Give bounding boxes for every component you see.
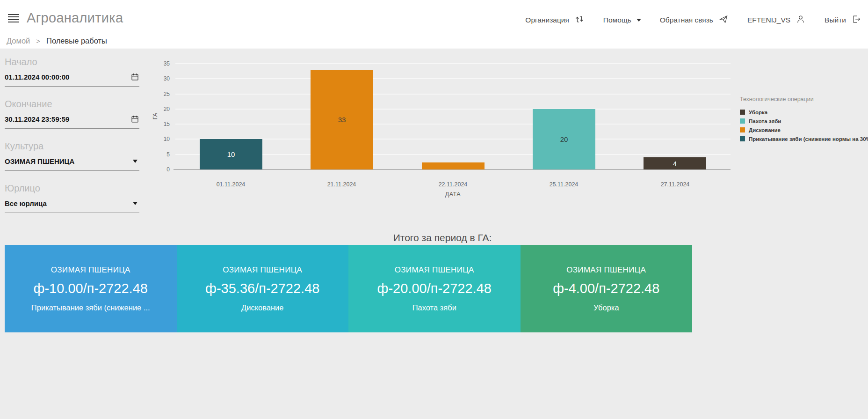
summary-card: ОЗИМАЯ ПШЕНИЦАф-10.00/п-2722.48Прикатыва… <box>5 245 177 332</box>
bar-25.11.2024[interactable]: 20 <box>533 109 595 169</box>
summary-heading: Итого за период в ГА: <box>149 232 736 243</box>
gridline <box>175 124 731 125</box>
x-tick-label: 27.11.2024 <box>620 181 731 188</box>
summary-card: ОЗИМАЯ ПШЕНИЦАф-35.36/п-2722.48Дисковани… <box>177 245 349 332</box>
card-operation: Прикатывание зяби (снижение ... <box>31 303 150 312</box>
card-value: ф-20.00/п-2722.48 <box>377 281 492 296</box>
y-tick-label: 30 <box>150 75 170 82</box>
y-tick-label: 35 <box>150 60 170 67</box>
legend-swatch <box>740 110 745 115</box>
chart-legend: Технологические операции УборкаПахота зя… <box>740 96 867 143</box>
card-value: ф-35.36/п-2722.48 <box>205 281 319 296</box>
bar-01.11.2024[interactable]: 10 <box>200 139 262 169</box>
gridline <box>175 63 731 64</box>
x-tick-label: 01.11.2024 <box>175 181 286 188</box>
card-value: ф-4.00/п-2722.48 <box>553 281 659 296</box>
card-crop: ОЗИМАЯ ПШЕНИЦА <box>51 265 130 275</box>
legend-item: Дискование <box>740 125 867 134</box>
card-operation: Пахота зяби <box>412 303 456 312</box>
legend-title: Технологические операции <box>740 96 867 103</box>
bar-value-label: 20 <box>560 135 568 143</box>
y-tick-label: 20 <box>150 106 170 112</box>
card-crop: ОЗИМАЯ ПШЕНИЦА <box>223 265 302 275</box>
card-crop: ОЗИМАЯ ПШЕНИЦА <box>395 265 474 275</box>
legend-label: Пахота зяби <box>749 118 781 124</box>
bar-value-label: 33 <box>338 116 346 124</box>
y-tick-label: 15 <box>150 121 170 127</box>
bar-27.11.2024[interactable]: 4 <box>644 157 706 169</box>
gridline <box>175 94 731 95</box>
card-operation: Уборка <box>593 303 619 312</box>
bar-value-label: 10 <box>227 150 235 158</box>
summary-card: ОЗИМАЯ ПШЕНИЦАф-4.00/п-2722.48Уборка <box>521 245 693 332</box>
y-tick-label: 10 <box>150 136 170 142</box>
card-crop: ОЗИМАЯ ПШЕНИЦА <box>566 265 646 275</box>
summary-cards: ОЗИМАЯ ПШЕНИЦАф-10.00/п-2722.48Прикатыва… <box>5 245 692 332</box>
bar-21.11.2024[interactable]: 33 <box>311 70 373 169</box>
bar-22.11.2024[interactable] <box>422 162 485 169</box>
legend-label: Прикатывание зяби (снижение нормы на 30%… <box>749 136 868 142</box>
x-tick-label: 25.11.2024 <box>508 181 619 188</box>
card-value: ф-10.00/п-2722.48 <box>34 281 148 296</box>
card-operation: Дискование <box>241 303 283 312</box>
legend-label: Дискование <box>749 127 781 133</box>
legend-swatch <box>740 136 745 141</box>
legend-swatch <box>740 127 745 132</box>
x-axis-title: ДАТА <box>175 191 731 198</box>
gridline <box>175 109 731 110</box>
x-tick-label: 21.11.2024 <box>286 181 397 188</box>
y-tick-label: 0 <box>150 166 170 173</box>
bar-value-label: 4 <box>673 160 677 168</box>
bar-chart: ГА 051015202530351001.11.20243321.11.202… <box>0 0 868 419</box>
gridline <box>175 78 731 79</box>
y-axis-title: ГА <box>152 113 159 119</box>
legend-label: Уборка <box>749 110 767 115</box>
legend-swatch <box>740 118 745 124</box>
summary-card: ОЗИМАЯ ПШЕНИЦАф-20.00/п-2722.48Пахота зя… <box>348 245 521 332</box>
y-tick-label: 5 <box>150 151 170 158</box>
legend-item: Уборка <box>740 108 867 117</box>
y-tick-label: 25 <box>150 91 170 97</box>
x-tick-label: 22.11.2024 <box>398 181 508 188</box>
legend-item: Прикатывание зяби (снижение нормы на 30%… <box>740 134 867 143</box>
legend-item: Пахота зяби <box>740 117 867 125</box>
